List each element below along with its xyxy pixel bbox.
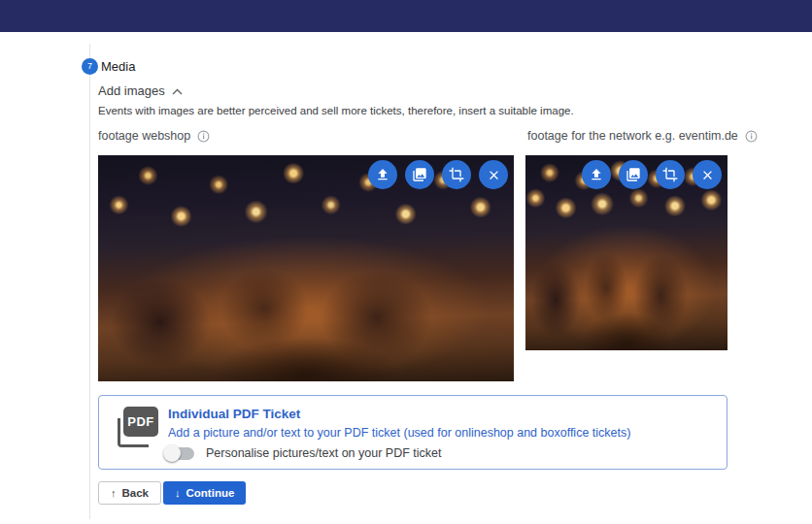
pdf-icon-text: PDF	[127, 414, 154, 429]
info-icon[interactable]	[197, 130, 210, 143]
app-header	[0, 0, 812, 32]
add-images-section-toggle[interactable]: Add images	[98, 83, 183, 98]
upload-image-button[interactable]	[368, 160, 397, 189]
toggle-knob	[163, 444, 181, 462]
step-number-badge: 7	[82, 58, 98, 75]
crop-image-button[interactable]	[442, 160, 471, 189]
continue-button-label: Continue	[186, 487, 235, 499]
back-button-label: Back	[122, 487, 150, 499]
photo-library-button[interactable]	[405, 160, 434, 189]
network-image-label-text: footage for the network e.g. eventim.de	[527, 129, 738, 143]
photo-library-icon	[626, 167, 641, 182]
webshop-image-actions	[368, 160, 508, 189]
webshop-image-label-text: footage webshop	[98, 129, 190, 143]
close-icon	[487, 168, 501, 182]
step-title: Media	[101, 59, 135, 74]
pdf-icon: PDF	[116, 405, 160, 449]
upload-icon	[375, 167, 390, 182]
pdf-personalise-toggle-label: Personalise pictures/text on your PDF ti…	[206, 446, 441, 460]
pdf-ticket-description: Add a picture and/or text to your PDF ti…	[168, 426, 630, 440]
step-number: 7	[87, 61, 92, 71]
arrow-down-icon: ↓	[175, 487, 181, 499]
photo-library-button[interactable]	[619, 160, 648, 189]
pdf-personalise-toggle-row: Personalise pictures/text on your PDF ti…	[163, 446, 441, 460]
close-icon	[700, 168, 715, 182]
section-title: Add images	[98, 83, 165, 98]
pdf-icon-front-sheet: PDF	[123, 407, 158, 437]
pdf-ticket-panel: PDF Individual PDF Ticket Add a picture …	[98, 395, 727, 470]
section-description: Events with images are better perceived …	[98, 105, 574, 116]
webshop-image	[98, 155, 514, 381]
chevron-up-icon	[172, 83, 183, 98]
crop-icon	[449, 167, 464, 182]
network-image-actions	[582, 160, 722, 189]
crop-icon	[662, 167, 678, 182]
network-image-label: footage for the network e.g. eventim.de	[527, 129, 758, 143]
upload-icon	[589, 167, 604, 182]
back-button[interactable]: ↑ Back	[98, 481, 161, 505]
photo-library-icon	[412, 167, 427, 182]
stepper-line	[89, 44, 90, 519]
pdf-personalise-toggle[interactable]	[165, 447, 194, 460]
network-image	[525, 155, 727, 350]
crop-image-button[interactable]	[656, 160, 685, 189]
arrow-up-icon: ↑	[111, 487, 117, 499]
pdf-ticket-title: Individual PDF Ticket	[168, 407, 300, 421]
continue-button[interactable]: ↓ Continue	[163, 481, 246, 505]
webshop-image-label: footage webshop	[98, 129, 210, 143]
remove-image-button[interactable]	[479, 160, 508, 189]
upload-image-button[interactable]	[582, 160, 611, 189]
remove-image-button[interactable]	[693, 160, 722, 189]
info-icon[interactable]	[745, 130, 758, 143]
